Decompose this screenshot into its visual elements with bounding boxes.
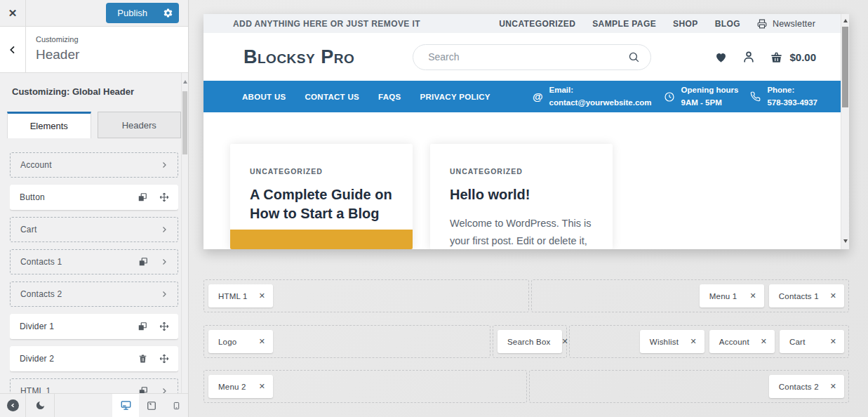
publish-settings-gear-icon[interactable]: [156, 8, 179, 18]
remove-element-icon[interactable]: ✕: [761, 337, 767, 346]
builder-element-chip[interactable]: Search Box ✕: [498, 330, 562, 353]
preview-tablet-button[interactable]: [139, 394, 164, 417]
builder-chip-label: Logo: [218, 338, 236, 346]
topbar-menu-item[interactable]: SAMPLE PAGE: [592, 19, 656, 29]
newsletter-link[interactable]: Newsletter: [757, 19, 815, 29]
contact-title: Email:: [549, 86, 574, 94]
post-category[interactable]: UNCATEGORIZED: [450, 167, 593, 176]
builder-cell-dropzone[interactable]: Contacts 2 ✕: [529, 370, 849, 403]
contact-value: 9AM - 5PM: [681, 98, 722, 107]
builder-chip-label: HTML 1: [218, 292, 248, 300]
builder-element-chip[interactable]: Wishlist ✕: [640, 330, 705, 353]
element-item-label: Contacts 1: [20, 257, 62, 267]
element-item[interactable]: Account: [10, 152, 178, 178]
navbar-menu-item[interactable]: PRIVACY POLICY: [420, 93, 490, 101]
site-preview: ADD ANYTHING HERE OR JUST REMOVE IT UNCA…: [203, 14, 849, 249]
builder-element-chip[interactable]: HTML 1 ✕: [208, 284, 273, 307]
remove-element-icon[interactable]: ✕: [259, 382, 265, 391]
dark-mode-toggle[interactable]: [26, 394, 55, 417]
post-title[interactable]: Hello world!: [450, 185, 593, 204]
move-icon[interactable]: [159, 192, 169, 202]
move-icon[interactable]: [159, 322, 169, 331]
builder-cell-dropzone[interactable]: Search Box ✕: [493, 325, 567, 358]
copy-icon[interactable]: [138, 322, 147, 331]
navbar-menu-item[interactable]: CONTACT US: [305, 93, 359, 101]
builder-element-chip[interactable]: Cart ✕: [780, 330, 844, 353]
publish-label: Publish: [106, 8, 156, 18]
remove-element-icon[interactable]: ✕: [561, 337, 568, 346]
copy-icon[interactable]: [138, 192, 147, 202]
panel-kicker: Customizing: [36, 35, 79, 44]
navbar-menu-item[interactable]: FAQS: [378, 93, 401, 101]
element-item[interactable]: Button: [10, 185, 178, 210]
element-item[interactable]: HTML 1: [10, 378, 178, 394]
search-input[interactable]: [428, 51, 628, 62]
collapse-sidebar-button[interactable]: [0, 394, 26, 417]
post-category[interactable]: UNCATEGORIZED: [250, 167, 393, 176]
post-title[interactable]: A Complete Guide on How to Start a Blog: [250, 185, 393, 223]
element-item-label: Contacts 2: [20, 289, 62, 299]
builder-cell-dropzone[interactable]: HTML 1 ✕: [203, 279, 529, 312]
publish-button[interactable]: Publish: [106, 3, 179, 23]
sidebar-scrollbar[interactable]: [181, 73, 188, 393]
builder-element-chip[interactable]: Account ✕: [709, 330, 775, 353]
chevron-right-icon: [160, 225, 168, 234]
post-card[interactable]: UNCATEGORIZED Hello world! Welcome to Wo…: [430, 144, 613, 249]
builder-cell-dropzone[interactable]: Logo ✕: [203, 325, 490, 358]
remove-element-icon[interactable]: ✕: [259, 291, 265, 300]
element-item[interactable]: Contacts 2: [10, 282, 178, 307]
element-item-label: Button: [20, 192, 45, 202]
site-logo[interactable]: Blocksy Pro: [243, 46, 354, 68]
tab[interactable]: Headers: [98, 112, 182, 138]
element-item[interactable]: Contacts 1: [10, 249, 178, 274]
remove-element-icon[interactable]: ✕: [830, 382, 836, 391]
builder-element-chip[interactable]: Contacts 2 ✕: [769, 375, 844, 398]
topbar-menu-item[interactable]: UNCATEGORIZED: [499, 19, 575, 29]
topbar-left-text: ADD ANYTHING HERE OR JUST REMOVE IT: [233, 19, 420, 29]
builder-element-chip[interactable]: Contacts 1 ✕: [769, 284, 844, 307]
post-featured-image-edge: [230, 230, 413, 249]
builder-cell-dropzone[interactable]: Menu 2 ✕: [203, 370, 527, 403]
element-item[interactable]: Divider 1: [10, 314, 178, 339]
preview-scrollbar[interactable]: [841, 14, 849, 249]
trash-icon[interactable]: [138, 354, 147, 364]
topbar-menu-item[interactable]: BLOG: [715, 19, 740, 29]
navbar-menu-item[interactable]: ABOUT US: [242, 93, 286, 101]
scrollbar-thumb[interactable]: [182, 91, 187, 154]
scroll-down-arrow[interactable]: [843, 239, 848, 243]
clock-icon: [664, 91, 675, 102]
remove-element-icon[interactable]: ✕: [830, 291, 836, 300]
phone-icon: [750, 91, 761, 102]
builder-element-chip[interactable]: Menu 2 ✕: [208, 375, 273, 398]
close-customizer-button[interactable]: ✕: [0, 0, 26, 26]
phone-device-icon: [173, 401, 180, 411]
chevron-right-icon: [160, 161, 168, 169]
topbar-menu-item[interactable]: SHOP: [673, 19, 698, 29]
builder-element-chip[interactable]: Logo ✕: [208, 330, 273, 353]
search-icon[interactable]: [628, 51, 640, 63]
copy-icon[interactable]: [138, 257, 148, 267]
account-icon[interactable]: [742, 50, 756, 64]
scrollbar-thumb[interactable]: [842, 27, 848, 107]
remove-element-icon[interactable]: ✕: [259, 337, 265, 346]
builder-cell-dropzone[interactable]: Menu 1 ✕ Contacts 1 ✕: [531, 279, 849, 312]
move-icon[interactable]: [159, 354, 169, 364]
preview-mobile-button[interactable]: [164, 394, 188, 417]
builder-element-chip[interactable]: Menu 1 ✕: [700, 284, 764, 307]
preview-desktop-button[interactable]: [112, 394, 139, 417]
element-item[interactable]: Cart: [10, 217, 178, 242]
builder-cell-dropzone[interactable]: Wishlist ✕ Account ✕ Cart ✕: [569, 325, 849, 358]
search-box[interactable]: [413, 44, 651, 70]
remove-element-icon[interactable]: ✕: [750, 291, 756, 300]
post-card[interactable]: UNCATEGORIZED A Complete Guide on How to…: [230, 144, 413, 249]
scroll-up-arrow[interactable]: [183, 80, 187, 84]
remove-element-icon[interactable]: ✕: [690, 337, 697, 346]
back-button[interactable]: [0, 27, 26, 72]
cart-button[interactable]: $0.00: [769, 51, 816, 64]
customizer-sidebar: ✕ Publish Customizing Header Customizing…: [0, 0, 189, 417]
wishlist-heart-icon[interactable]: [714, 51, 728, 64]
element-item[interactable]: Divider 2: [10, 346, 178, 371]
tab[interactable]: Elements: [7, 112, 91, 138]
remove-element-icon[interactable]: ✕: [830, 337, 836, 346]
scroll-up-arrow[interactable]: [843, 19, 848, 22]
